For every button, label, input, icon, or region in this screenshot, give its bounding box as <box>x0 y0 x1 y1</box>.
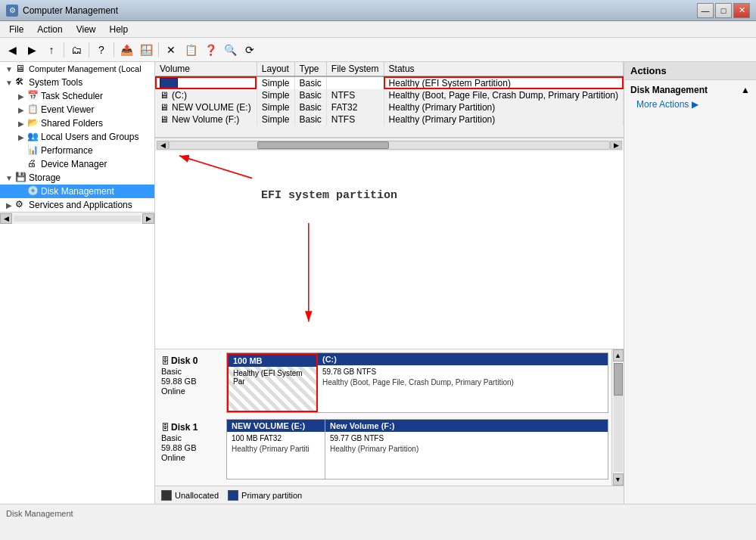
disk-1-row: 🗄 Disk 1 Basic 59.88 GB Online NEW <box>158 419 608 479</box>
col-volume: Volume <box>155 62 257 76</box>
disk-scroll-track[interactable] <box>614 363 623 472</box>
properties-button[interactable]: 📋 <box>182 41 200 59</box>
actions-disk-management-section[interactable]: Disk Management ▲ <box>624 80 756 97</box>
efi-bar <box>160 78 178 88</box>
tree-scroll-right[interactable]: ▶ <box>142 213 154 224</box>
sidebar-item-device-manager[interactable]: 🖨 Device Manager <box>0 157 154 171</box>
cell-layout: Simple <box>257 76 294 89</box>
help2-button[interactable]: ❓ <box>201 41 219 59</box>
svg-line-1 <box>179 156 252 178</box>
disk-1-f-partition[interactable]: New Volume (F:) 59.77 GB NTFS Healthy (P… <box>325 420 608 479</box>
disk-1-type: Basic <box>161 433 223 442</box>
disk-1-e-partition[interactable]: NEW VOLUME (E:) 100 MB FAT32 Healthy (Pr… <box>227 420 325 479</box>
e-header: NEW VOLUME (E:) <box>227 420 325 432</box>
sidebar-item-local-users[interactable]: ▶ 👥 Local Users and Groups <box>0 130 154 144</box>
main-content: Volume Layout Type File System Status <box>155 62 624 504</box>
scroll-left-arrow[interactable]: ◀ <box>157 141 169 150</box>
disk-scroll-down[interactable]: ▼ <box>613 473 624 486</box>
unallocated-box <box>161 490 172 501</box>
menu-help[interactable]: Help <box>104 23 135 36</box>
sidebar-item-services-apps[interactable]: ▶ ⚙ Services and Applications <box>0 198 154 212</box>
drive-icon: 🖥 <box>160 90 169 101</box>
cell-fs: NTFS <box>326 89 384 101</box>
expand-event: ▶ <box>15 106 27 114</box>
actions-more-link[interactable]: More Actions ▶ <box>624 97 756 112</box>
menu-action[interactable]: Action <box>31 23 68 36</box>
table-row[interactable]: 🖥 NEW VOLUME (E:) Simple Basic FAT32 Hea… <box>155 101 624 113</box>
refresh-button[interactable]: ⟳ <box>241 41 259 59</box>
delete-button[interactable]: ✕ <box>162 41 180 59</box>
sidebar-item-disk-management[interactable]: 💿 Disk Management <box>0 185 154 198</box>
disk-0-partitions: 100 MB Healthy (EFI System Par (C:) 59.7… <box>226 352 608 413</box>
menu-file[interactable]: File <box>3 23 30 36</box>
disk-0-c-partition[interactable]: (C:) 59.78 GB NTFS Healthy (Boot, Page F… <box>318 353 608 412</box>
scroll-right-arrow[interactable]: ▶ <box>610 141 622 150</box>
sidebar-item-shared-folders[interactable]: ▶ 📂 Shared Folders <box>0 116 154 130</box>
cell-layout: Simple <box>257 113 294 126</box>
show-tree-button[interactable]: 🗂 <box>67 41 86 59</box>
table-row[interactable]: 🖥 New Volume (F:) Simple Basic NTFS Heal… <box>155 113 624 126</box>
table-row[interactable]: 🖥 (C:) Simple Basic NTFS Healthy (Boot, … <box>155 89 624 101</box>
minimize-button[interactable]: — <box>697 3 714 18</box>
sidebar-item-task-scheduler[interactable]: ▶ 📅 Task Scheduler <box>0 89 154 103</box>
more-actions-arrow-icon: ▶ <box>692 99 698 110</box>
toolbar-sep-4 <box>158 42 159 57</box>
window-title: Computer Management <box>23 5 118 16</box>
toolbar-sep-2 <box>89 42 89 57</box>
back-button[interactable]: ◀ <box>3 41 21 59</box>
status-text: Disk Management <box>6 509 73 518</box>
forward-button[interactable]: ▶ <box>23 41 41 59</box>
close-button[interactable]: ✕ <box>733 3 750 18</box>
c-header: (C:) <box>318 353 608 365</box>
disk-0-efi-partition[interactable]: 100 MB Healthy (EFI System Par <box>227 353 318 412</box>
window-controls: — □ ✕ <box>697 3 750 18</box>
e-detail2: Healthy (Primary Partiti <box>227 445 325 455</box>
scroll-track[interactable] <box>169 141 610 150</box>
cell-status: Healthy (Boot, Page File, Crash Dump, Pr… <box>384 89 623 101</box>
right-area: Volume Layout Type File System Status <box>155 62 756 504</box>
help-button[interactable]: ? <box>92 41 110 59</box>
export-button[interactable]: 📤 <box>117 41 135 59</box>
f-header: New Volume (F:) <box>325 420 608 432</box>
services-label: Services and Applications <box>29 200 132 210</box>
cell-fs: NTFS <box>326 113 384 126</box>
expand-services: ▶ <box>3 201 15 209</box>
search-button[interactable]: 🔍 <box>221 41 239 59</box>
disk-scroll-thumb[interactable] <box>614 363 623 396</box>
cell-layout: Simple <box>257 89 294 101</box>
toolbar-sep-3 <box>114 42 114 57</box>
efi-detail: Healthy (EFI System Par <box>229 367 316 388</box>
system-tools-label: System Tools <box>29 77 82 88</box>
status-bar: Disk Management <box>0 504 756 522</box>
cell-type: Basic <box>294 89 326 101</box>
tree-root[interactable]: ▼ Computer Management (Local <box>0 62 154 76</box>
scroll-thumb[interactable] <box>257 141 389 149</box>
table-row[interactable]: Simple Basic Healthy (EFI System Partiti… <box>155 76 624 89</box>
col-status: Status <box>384 62 623 76</box>
tree-horizontal-scroll[interactable]: ◀ ▶ <box>0 212 154 224</box>
legend-bar: Unallocated Primary partition <box>155 486 624 504</box>
maximize-button[interactable]: □ <box>715 3 732 18</box>
disk-scroll-up[interactable]: ▲ <box>613 349 624 362</box>
tree-scroll-track[interactable] <box>14 216 141 222</box>
tree-panel: ▼ Computer Management (Local ▼ 🛠 System … <box>0 62 155 504</box>
sidebar-item-performance[interactable]: 📊 Performance <box>0 144 154 157</box>
perf-label: Performance <box>41 145 93 156</box>
disk-view-vert-scroll[interactable]: ▲ ▼ <box>611 349 624 486</box>
sidebar-item-system-tools[interactable]: ▼ 🛠 System Tools <box>0 76 154 89</box>
efi-annotation-label: EFI system partition <box>261 189 397 202</box>
tree-scroll-left[interactable]: ◀ <box>0 213 12 224</box>
cell-volume: 🖥 (C:) <box>155 89 257 101</box>
up-button[interactable]: ↑ <box>42 41 61 59</box>
menu-view[interactable]: View <box>70 23 102 36</box>
sidebar-item-event-viewer[interactable]: ▶ 📋 Event Viewer <box>0 103 154 116</box>
event-icon: 📋 <box>27 104 39 116</box>
new-window-button[interactable]: 🪟 <box>137 41 155 59</box>
users-label: Local Users and Groups <box>41 132 138 142</box>
cell-type: Basic <box>294 101 326 113</box>
disk-table-area: Volume Layout Type File System Status <box>155 62 624 138</box>
shared-label: Shared Folders <box>41 118 103 129</box>
sidebar-item-storage[interactable]: ▼ 💾 Storage <box>0 171 154 185</box>
perf-icon: 📊 <box>27 144 39 157</box>
table-horiz-scroll[interactable]: ◀ ▶ <box>155 138 624 151</box>
